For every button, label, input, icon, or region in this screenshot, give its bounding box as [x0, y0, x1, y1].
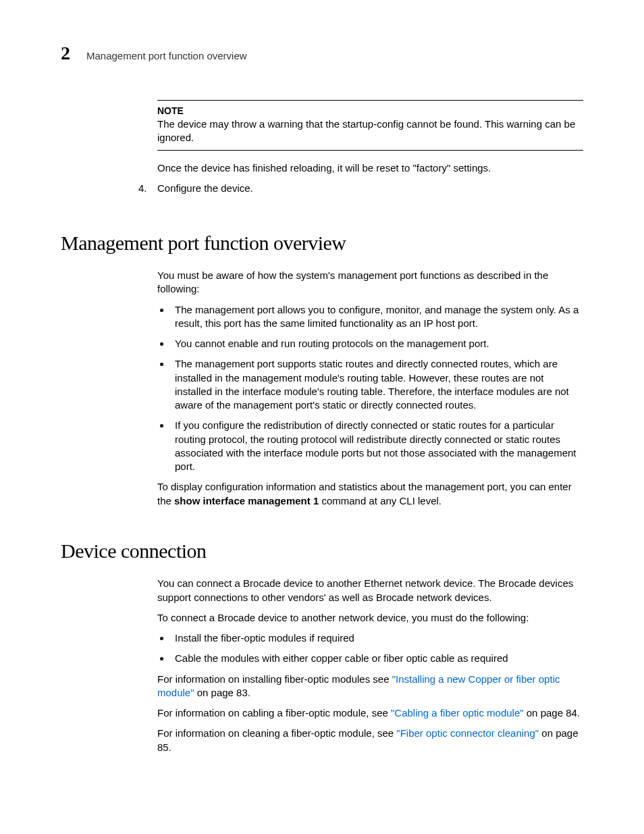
p3-pre: For information on installing fiber-opti… [157, 673, 392, 685]
note-box: NOTE The device may throw a warning that… [157, 100, 583, 151]
outro-post-text: command at any CLI level. [319, 495, 441, 506]
list-item: You cannot enable and run routing protoc… [171, 337, 583, 350]
p4-pre: For information on cabling a fiber-optic… [157, 707, 391, 719]
note-label: NOTE [157, 105, 583, 118]
section2-p1: You can connect a Brocade device to anot… [157, 577, 583, 604]
list-item: Cable the modules with either copper cab… [171, 652, 583, 665]
section2-p4: For information on cabling a fiber-optic… [157, 706, 583, 720]
list-item: The management port allows you to config… [171, 303, 583, 331]
link-cleaning-connector[interactable]: "Fiber optic connector cleaning" [396, 727, 539, 739]
section2-bullet-list: Install the fiber-optic modules if requi… [157, 631, 583, 666]
section1-outro: To display configuration information and… [157, 480, 583, 508]
section1-bullet-list: The management port allows you to config… [157, 303, 583, 474]
link-cabling-module[interactable]: "Cabling a fiber optic module" [391, 707, 524, 719]
list-item: Install the fiber-optic modules if requi… [171, 631, 583, 645]
after-note-paragraph: Once the device has finished reloading, … [157, 161, 583, 175]
page-header: 2 Management port function overview [61, 41, 583, 66]
section1-intro: You must be aware of how the system's ma… [157, 269, 583, 296]
section2-p5: For information on cleaning a fiber-opti… [157, 727, 583, 754]
chapter-number: 2 [61, 41, 70, 66]
step-text: Configure the device. [157, 182, 253, 195]
list-item: If you configure the redistribution of d… [171, 419, 583, 473]
note-text: The device may throw a warning that the … [157, 118, 583, 145]
running-head: Management port function overview [86, 49, 247, 63]
list-item: The management port supports static rout… [171, 357, 583, 412]
step-4: 4. Configure the device. [138, 182, 583, 195]
section-heading-device-connection: Device connection [61, 538, 583, 565]
p5-pre: For information on cleaning a fiber-opti… [157, 727, 396, 739]
p4-post: on page 84. [524, 707, 580, 719]
step-number: 4. [138, 182, 157, 195]
section2-p2: To connect a Brocade device to another n… [157, 611, 583, 625]
section2-p3: For information on installing fiber-opti… [157, 673, 583, 700]
section-heading-management-port: Management port function overview [61, 230, 583, 257]
p3-post: on page 83. [194, 687, 250, 698]
cli-command: show interface management 1 [174, 495, 319, 506]
